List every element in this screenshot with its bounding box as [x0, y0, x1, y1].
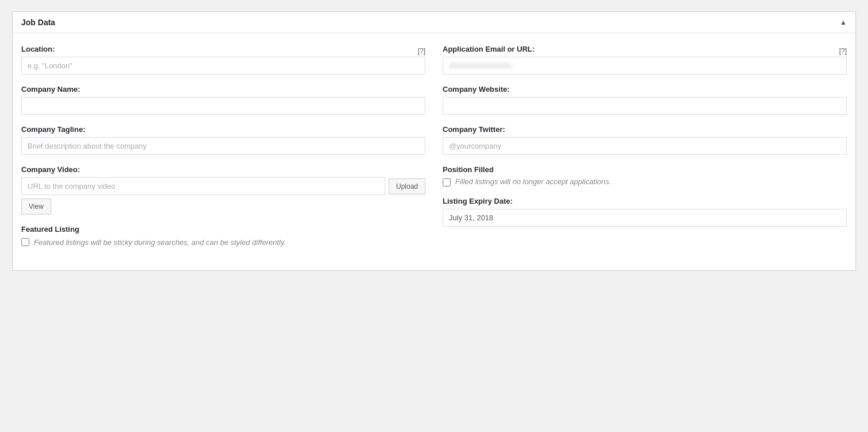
left-column: Location: [?] Company Name: Company Tagl… [21, 45, 425, 259]
position-filled-group: Position Filled Filled listings will no … [443, 165, 847, 186]
listing-expiry-input[interactable] [443, 209, 847, 227]
company-website-group: Company Website: [443, 85, 847, 115]
company-name-label: Company Name: [21, 85, 425, 94]
location-label: Location: [21, 45, 55, 53]
listing-expiry-group: Listing Expiry Date: [443, 197, 847, 227]
application-email-input[interactable] [443, 57, 847, 75]
company-twitter-input[interactable] [443, 137, 847, 155]
position-filled-label: Position Filled [443, 165, 847, 174]
panel-toggle-icon[interactable]: ▲ [840, 18, 847, 26]
company-video-input[interactable] [21, 177, 385, 195]
upload-button[interactable]: Upload [389, 178, 425, 194]
location-input[interactable] [21, 57, 425, 75]
position-filled-checkbox[interactable] [443, 178, 451, 186]
application-email-group: Application Email or URL: [?] [443, 45, 847, 75]
job-data-panel: Job Data ▲ Location: [?] Company Name: [12, 11, 856, 271]
application-email-help[interactable]: [?] [839, 47, 847, 55]
company-website-label: Company Website: [443, 85, 847, 94]
application-email-label-row: Application Email or URL: [?] [443, 45, 847, 57]
location-label-row: Location: [?] [21, 45, 425, 57]
company-video-label: Company Video: [21, 165, 425, 174]
panel-title: Job Data [21, 18, 55, 27]
featured-listing-label: Featured Listing [21, 225, 425, 233]
form-grid: Location: [?] Company Name: Company Tagl… [21, 45, 847, 259]
featured-listing-checkbox-row: Featured listings will be sticky during … [21, 237, 425, 248]
company-twitter-label: Company Twitter: [443, 125, 847, 134]
position-filled-description: Filled listings will no longer accept ap… [455, 177, 611, 186]
featured-listing-checkbox[interactable] [21, 238, 29, 246]
video-input-row: Upload [21, 177, 425, 195]
position-filled-checkbox-row: Filled listings will no longer accept ap… [443, 177, 847, 186]
company-name-group: Company Name: [21, 85, 425, 115]
panel-body: Location: [?] Company Name: Company Tagl… [13, 33, 855, 270]
location-group: Location: [?] [21, 45, 425, 75]
application-email-label: Application Email or URL: [443, 45, 534, 53]
view-button[interactable]: View [21, 199, 51, 215]
listing-expiry-label: Listing Expiry Date: [443, 197, 847, 205]
company-website-input[interactable] [443, 97, 847, 115]
view-btn-row: View [21, 199, 425, 215]
company-name-input[interactable] [21, 97, 425, 115]
company-tagline-input[interactable] [21, 137, 425, 155]
location-help[interactable]: [?] [418, 47, 425, 55]
company-tagline-group: Company Tagline: [21, 125, 425, 155]
featured-listing-group: Featured Listing Featured listings will … [21, 225, 425, 248]
right-column: Application Email or URL: [?] Company We… [443, 45, 847, 259]
company-twitter-group: Company Twitter: [443, 125, 847, 155]
featured-listing-description: Featured listings will be sticky during … [34, 237, 286, 248]
panel-header: Job Data ▲ [13, 12, 855, 33]
company-tagline-label: Company Tagline: [21, 125, 425, 134]
company-video-group: Company Video: Upload View [21, 165, 425, 215]
